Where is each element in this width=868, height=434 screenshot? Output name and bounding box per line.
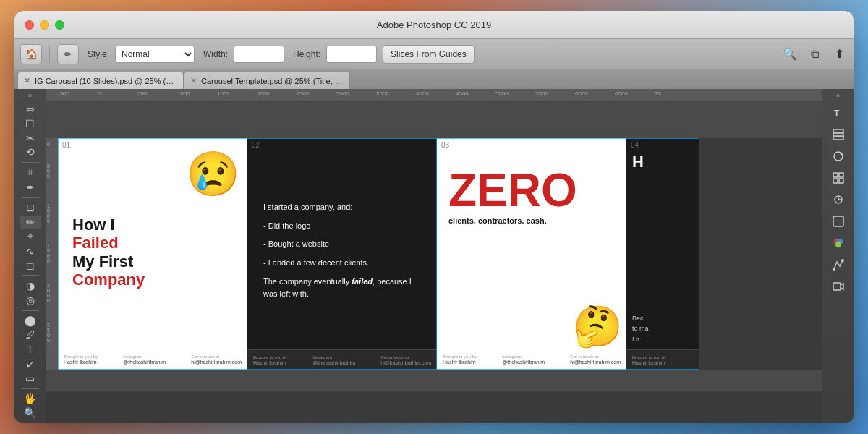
ruler-mark-4000: 4000 xyxy=(416,90,429,97)
maximize-button[interactable] xyxy=(55,20,64,30)
footer-brought-label-2: Brought to you by xyxy=(253,355,287,359)
right-tool-video[interactable] xyxy=(827,277,849,296)
canvas-top-margin xyxy=(46,102,822,138)
slide-1-text-line3: My First xyxy=(72,252,133,271)
slide-4-text: Becto maI n... xyxy=(632,313,693,344)
right-tool-adjust[interactable] xyxy=(827,147,849,166)
ruler-mark-3500: 3500 xyxy=(376,90,389,97)
svg-rect-2 xyxy=(833,133,843,136)
style-select[interactable]: Normal xyxy=(115,46,195,63)
slide-4-footer: Brought to you by Hashir Ibrahim xyxy=(626,349,699,370)
tab-label-1: IG Carousel (10 Slides).psd @ 25% (Slide… xyxy=(35,77,177,85)
canvas-bottom-margin xyxy=(46,370,822,391)
footer-contact-label-2: Get in touch at xyxy=(380,355,431,359)
canvas-scroll[interactable]: 0 500 1000 1500 2000 2500 xyxy=(46,102,822,423)
shape-tool[interactable]: ▭ xyxy=(20,372,41,385)
pen-tool[interactable]: 🖊 xyxy=(20,328,41,341)
slide-3-content: ZERO clients. contractors. cash. 🤔 xyxy=(437,138,626,370)
height-input[interactable] xyxy=(326,46,377,63)
gradient-tool[interactable]: ◑ xyxy=(20,279,41,292)
slide-1-title: How I Failed My First Company xyxy=(72,216,233,289)
path-tool[interactable]: ↙ xyxy=(20,357,41,370)
right-tool-color[interactable] xyxy=(827,234,849,252)
arrange-windows-button[interactable]: ⧉ xyxy=(806,46,823,63)
move-tool[interactable]: ⇔ xyxy=(20,103,41,116)
footer-brought-label-4: Brought to you by xyxy=(632,355,666,359)
slide-2-intro: I started a company, and: xyxy=(263,201,421,214)
slide-1-number: 01 xyxy=(62,141,70,149)
tab-ig-carousel[interactable]: ✕ IG Carousel (10 Slides).psd @ 25% (Sli… xyxy=(17,72,184,89)
ruler-v-2500: 2500 xyxy=(47,323,50,343)
footer-contact-value-2: hi@hashiribrahim.com xyxy=(380,360,431,365)
lasso-tool[interactable]: ✂ xyxy=(20,132,41,145)
window-title: Adobe Photoshop CC 2019 xyxy=(377,20,491,30)
slide-1-footer: Brought to you by Hashir Ibrahim Instagr… xyxy=(58,349,247,370)
ruler-v-1500: 1500 xyxy=(47,243,50,263)
footer-ig-value-3: @thehashiribrahim xyxy=(502,359,545,365)
slide-1: 01 😢 How I Failed My First Company xyxy=(58,138,247,370)
clone-tool[interactable]: ⌖ xyxy=(20,230,41,243)
width-input[interactable] xyxy=(234,46,284,63)
slices-from-guides-button[interactable]: Slices From Guides xyxy=(383,45,475,64)
expand-left-icon[interactable]: » xyxy=(28,92,32,99)
text-tool[interactable]: T xyxy=(20,343,41,356)
tool-sep-3 xyxy=(22,275,39,276)
svg-rect-7 xyxy=(833,179,838,183)
crop-tool[interactable]: ⌗ xyxy=(20,166,41,179)
close-button[interactable] xyxy=(25,20,34,30)
ruler-v-1000: 1000 xyxy=(47,203,50,224)
slide-3-number: 03 xyxy=(441,141,449,149)
marquee-tool[interactable]: ☐ xyxy=(20,117,41,130)
style-label: Style: xyxy=(88,49,109,59)
canvas-body: 0 500 1000 1500 2000 2500 xyxy=(46,138,822,370)
slide-3-footer: Brought to you by Hashir Ibrahim Instagr… xyxy=(437,349,626,370)
slide-3-top: ZERO clients. contractors. cash. xyxy=(448,153,615,225)
zoom-tool[interactable]: 🔍 xyxy=(20,407,41,420)
right-tool-paths[interactable] xyxy=(827,255,849,274)
right-tool-grid[interactable] xyxy=(827,169,849,187)
dodge-tool[interactable]: ⬤ xyxy=(20,315,41,328)
search-button[interactable]: 🔍 xyxy=(781,46,799,63)
footer-ig-label-3: Instagram xyxy=(502,354,545,359)
healing-tool[interactable]: ⊡ xyxy=(20,201,41,214)
slide-3: 03 ZERO clients. contractors. cash. 🤔 xyxy=(437,138,626,370)
tab-carousel-template[interactable]: ✕ Carousel Template.psd @ 25% (Title, RG… xyxy=(184,72,350,89)
tool-sep-1 xyxy=(22,162,39,163)
separator-1 xyxy=(49,46,50,63)
right-tool-history[interactable] xyxy=(827,190,849,209)
footer-ig-value-1: @thehashiribrahim xyxy=(123,359,166,365)
tool-sep-2 xyxy=(22,197,39,198)
ruler-mark-1000: 1000 xyxy=(177,90,190,97)
right-tool-text[interactable]: T xyxy=(827,103,849,122)
blur-tool[interactable]: ◎ xyxy=(20,294,41,307)
eyedropper-tool[interactable]: ✒ xyxy=(20,181,41,194)
hand-tool[interactable]: 🖐 xyxy=(20,392,41,405)
slide-2-bullets: - Did the logo - Bought a website - Land… xyxy=(263,220,421,276)
right-tool-brush-settings[interactable] xyxy=(827,212,849,231)
history-tool[interactable]: ∿ xyxy=(20,244,41,258)
tab-close-2[interactable]: ✕ xyxy=(190,76,197,85)
footer-brought-label-1: Brought to you by xyxy=(64,354,98,359)
eraser-tool[interactable]: ◻ xyxy=(20,259,41,272)
slide-2: 02 I started a company, and: - Did the l… xyxy=(247,138,437,370)
brush-tool[interactable]: ✏ xyxy=(20,216,41,229)
height-label: Height: xyxy=(293,49,320,59)
share-button[interactable]: ⬆ xyxy=(830,46,848,63)
left-toolbar: » ⇔ ☐ ✂ ⟲ ⌗ ✒ ⊡ ✏ ⌖ ∿ ◻ ◑ ◎ ⬤ 🖊 T ↙ ▭ 🖐 … xyxy=(14,89,46,423)
ruler-mark-6500: 6500 xyxy=(615,90,628,97)
expand-right-icon[interactable]: « xyxy=(836,92,840,99)
home-button[interactable]: 🏠 xyxy=(20,44,42,64)
right-tool-layers[interactable] xyxy=(827,125,849,144)
tab-close-1[interactable]: ✕ xyxy=(24,76,30,85)
pen-tool-button[interactable]: ✏ xyxy=(57,44,79,64)
footer-brought-2: Brought to you by Hashir Ibrahim xyxy=(253,355,287,365)
guide-vertical-4 xyxy=(626,138,626,370)
footer-ig-label-1: Instagram xyxy=(123,354,166,359)
footer-ig-label-2: Instagram xyxy=(312,355,355,359)
svg-rect-5 xyxy=(833,173,838,177)
footer-brought-value-4: Hashir Ibrahim xyxy=(632,360,666,365)
svg-text:T: T xyxy=(834,109,840,119)
minimize-button[interactable] xyxy=(40,20,49,30)
quick-select-tool[interactable]: ⟲ xyxy=(20,145,41,158)
footer-brought-4: Brought to you by Hashir Ibrahim xyxy=(632,355,666,365)
